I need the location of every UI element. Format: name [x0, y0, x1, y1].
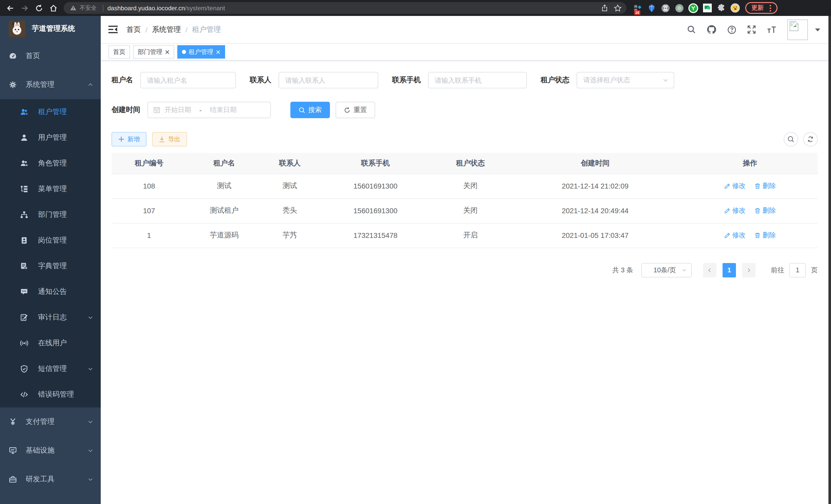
main-area: 首页 / 系统管理 / 租户管理 [101, 16, 828, 504]
sidebar-item-system[interactable]: 系统管理 [0, 70, 101, 99]
extension-chat-button[interactable] [702, 3, 712, 13]
header-search-button[interactable] [687, 25, 696, 34]
sidebar-item-dev-tools[interactable]: 研发工具 [0, 465, 101, 494]
avatar-caret-down-icon[interactable] [814, 28, 821, 32]
address-bar[interactable]: 不安全 dashboard.yudao.iocoder.cn /system/t… [64, 2, 627, 14]
reset-button[interactable]: 重置 [336, 102, 375, 118]
download-icon [159, 136, 165, 143]
app-logo-row[interactable]: 芋道管理系统 [0, 16, 101, 41]
browser-forward-button[interactable] [18, 1, 32, 14]
sidebar-item-label: 租户管理 [38, 108, 67, 117]
chevron-down-icon [87, 419, 93, 425]
emoji-avatar-icon [730, 3, 740, 13]
page-number-1[interactable]: 1 [722, 263, 736, 277]
contact-input[interactable] [279, 72, 378, 88]
cell-created: 2021-12-14 21:02:09 [508, 174, 682, 198]
window-edge-scrollbar[interactable] [828, 16, 831, 504]
cell-phone: 15601691300 [318, 174, 433, 198]
export-button[interactable]: 导出 [152, 132, 187, 146]
add-button[interactable]: 新增 [112, 132, 146, 146]
extensions-puzzle-button[interactable] [716, 3, 726, 13]
page-size-select[interactable]: 10条/页 [641, 263, 692, 277]
sidebar-item-user[interactable]: 用户管理 [0, 125, 101, 151]
delete-link[interactable]: 删除 [754, 206, 776, 215]
edit-link[interactable]: 修改 [724, 181, 746, 190]
sidebar-item-infra[interactable]: 基础设施 [0, 436, 101, 465]
cell-tenant-id: 107 [112, 198, 187, 223]
sidebar-item-tenant[interactable]: 租户管理 [0, 99, 101, 125]
bookmark-star-button[interactable] [611, 2, 624, 13]
tenant-name-input[interactable] [140, 72, 236, 88]
tab-dept[interactable]: 部门管理 [133, 45, 174, 59]
edit-link[interactable]: 修改 [724, 206, 746, 215]
kebab-menu-icon[interactable] [767, 4, 773, 11]
github-link-button[interactable] [707, 25, 716, 34]
sidebar-item-role[interactable]: 角色管理 [0, 151, 101, 176]
refresh-icon [344, 107, 350, 113]
menu-tree-icon [20, 185, 28, 193]
sidebar-item-online-user[interactable]: 在线用户 [0, 330, 101, 356]
share-button[interactable] [598, 2, 611, 13]
delete-link[interactable]: 删除 [754, 181, 776, 190]
browser-update-button[interactable]: 更新 [745, 2, 778, 14]
page-content: 租户名 联系人 联系手机 租户状态 请选择租户状态 [101, 61, 828, 277]
security-label[interactable]: 不安全 [80, 4, 96, 12]
cell-status: 关闭 [433, 174, 508, 198]
sidebar-item-dept[interactable]: 部门管理 [0, 202, 101, 228]
sidebar-item-menu[interactable]: 菜单管理 [0, 176, 101, 202]
sidebar-item-label: 短信管理 [38, 364, 67, 374]
end-date-placeholder[interactable]: 结束日期 [210, 105, 237, 115]
browser-reload-button[interactable] [32, 1, 46, 14]
prev-page-button[interactable] [703, 263, 716, 277]
sidebar-collapse-button[interactable] [109, 25, 118, 34]
cell-tenant-name: 测试 [187, 174, 262, 198]
breadcrumb-system[interactable]: 系统管理 [152, 25, 181, 34]
column-header-tenant-id: 租户编号 [112, 153, 187, 174]
user-avatar[interactable] [787, 19, 808, 40]
help-docs-button[interactable] [727, 25, 737, 34]
status-select[interactable]: 请选择租户状态 [577, 72, 674, 88]
sidebar-item-error-code[interactable]: 错误码管理 [0, 382, 101, 407]
sidebar-item-notice[interactable]: 通知公告 [0, 279, 101, 305]
fullscreen-button[interactable] [747, 25, 756, 34]
next-page-button[interactable] [742, 263, 755, 277]
font-size-button[interactable] [767, 25, 776, 34]
tab-home[interactable]: 首页 [109, 45, 130, 59]
date-range-picker[interactable]: 开始日期 - 结束日期 [147, 102, 271, 118]
edit-link[interactable]: 修改 [724, 231, 746, 240]
toggle-search-button[interactable] [784, 132, 798, 146]
sidebar-item-post[interactable]: 岗位管理 [0, 228, 101, 253]
announcement-icon [20, 288, 28, 296]
extension-kite-button[interactable] [647, 3, 657, 13]
infra-icon [9, 446, 17, 455]
extension-blocks-button[interactable]: 10 [633, 3, 643, 13]
goto-page-input[interactable] [790, 263, 806, 277]
sidebar-item-audit-log[interactable]: 审计日志 [0, 305, 101, 330]
tab-tenant[interactable]: 租户管理 [177, 45, 225, 59]
delete-link[interactable]: 删除 [754, 231, 776, 240]
close-icon[interactable] [165, 50, 170, 54]
refresh-table-button[interactable] [803, 132, 818, 146]
user-icon [20, 134, 28, 142]
breadcrumb-home[interactable]: 首页 [126, 25, 141, 34]
extension-yudao-button[interactable] [688, 3, 698, 13]
start-date-placeholder[interactable]: 开始日期 [165, 105, 191, 115]
browser-home-button[interactable] [46, 1, 61, 14]
search-button[interactable]: 搜索 [290, 102, 330, 118]
sidebar-item-home[interactable]: 首页 [0, 41, 101, 70]
cell-tenant-id: 108 [112, 174, 187, 198]
close-icon[interactable] [216, 50, 221, 54]
browser-profile-avatar[interactable] [730, 3, 740, 13]
phone-input[interactable] [428, 72, 527, 88]
browser-back-button[interactable] [3, 1, 18, 14]
extension-command-button[interactable] [660, 3, 671, 13]
pagination-total: 共 3 条 [612, 265, 633, 275]
cell-status: 开启 [433, 223, 508, 248]
sidebar-item-sms[interactable]: 短信管理 [0, 356, 101, 382]
extension-dot-button[interactable] [674, 3, 685, 13]
chevron-up-icon [87, 82, 93, 88]
pay-icon [9, 418, 17, 426]
sidebar-item-dict[interactable]: 字典管理 [0, 253, 101, 279]
sidebar-item-pay[interactable]: 支付管理 [0, 407, 101, 436]
filter-phone: 联系手机 [392, 72, 527, 88]
